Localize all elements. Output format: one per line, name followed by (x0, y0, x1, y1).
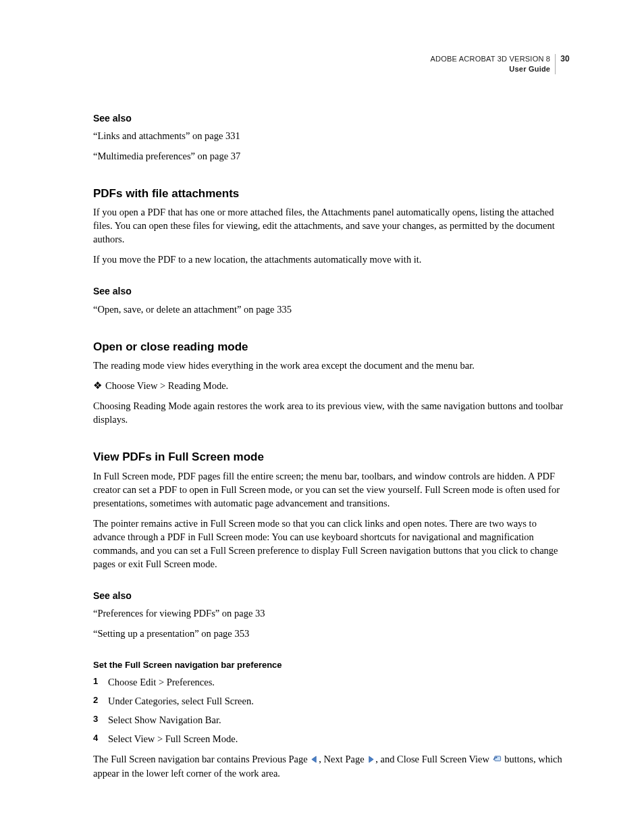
runhead-line1: ADOBE ACROBAT 3D VERSION 8 (431, 54, 551, 64)
see-also-heading: See also (93, 590, 570, 602)
runhead-divider (555, 54, 556, 74)
bullet-item: ❖Choose View > Reading Mode. (93, 379, 570, 392)
next-page-icon (367, 753, 375, 766)
see-also-heading: See also (93, 112, 570, 125)
page: ADOBE ACROBAT 3D VERSION 8 User Guide 30… (0, 0, 644, 834)
text-fragment: , and Close Full Screen View (375, 754, 491, 764)
text-fragment: The Full Screen navigation bar contains … (93, 754, 310, 764)
body-text: The pointer remains active in Full Scree… (93, 517, 570, 571)
subheading-fullscreen-navbar: Set the Full Screen navigation bar prefe… (93, 659, 570, 671)
heading-pdfs-attachments: PDFs with file attachments (93, 186, 570, 201)
step-item: Choose Edit > Preferences. (93, 675, 570, 689)
crossref-link[interactable]: “Links and attachments” on page 331 (93, 129, 570, 142)
step-item: Select View > Full Screen Mode. (93, 732, 570, 746)
running-header: ADOBE ACROBAT 3D VERSION 8 User Guide 30 (93, 54, 570, 74)
body-text: If you open a PDF that has one or more a… (93, 205, 570, 246)
svg-marker-1 (369, 756, 373, 762)
body-text: Choosing Reading Mode again restores the… (93, 399, 570, 426)
bullet-text: Choose View > Reading Mode. (105, 380, 228, 391)
svg-rect-2 (494, 756, 500, 761)
crossref-link[interactable]: “Open, save, or delete an attachment” on… (93, 303, 570, 316)
text-fragment: , Next Page (319, 754, 367, 764)
body-text: In Full Screen mode, PDF pages fill the … (93, 469, 570, 510)
heading-fullscreen: View PDFs in Full Screen mode (93, 449, 570, 465)
heading-reading-mode: Open or close reading mode (93, 339, 570, 355)
crossref-link[interactable]: “Multimedia preferences” on page 37 (93, 149, 570, 163)
diamond-bullet-icon: ❖ (93, 379, 105, 392)
runhead-line2: User Guide (431, 64, 551, 74)
body-text: The reading mode view hides everything i… (93, 359, 570, 372)
close-fullscreen-icon (493, 753, 502, 766)
crossref-link[interactable]: “Setting up a presentation” on page 353 (93, 627, 570, 640)
step-item: Select Show Navigation Bar. (93, 713, 570, 727)
steps-list: Choose Edit > Preferences. Under Categor… (93, 675, 570, 746)
svg-marker-0 (312, 756, 316, 762)
previous-page-icon (311, 753, 318, 766)
body-text: The Full Screen navigation bar contains … (93, 752, 570, 780)
runhead-page-number: 30 (560, 54, 570, 63)
runhead-text: ADOBE ACROBAT 3D VERSION 8 User Guide (431, 54, 556, 74)
see-also-heading: See also (93, 285, 570, 298)
body-text: If you move the PDF to a new location, t… (93, 253, 570, 266)
crossref-link[interactable]: “Preferences for viewing PDFs” on page 3… (93, 606, 570, 620)
step-item: Under Categories, select Full Screen. (93, 694, 570, 708)
